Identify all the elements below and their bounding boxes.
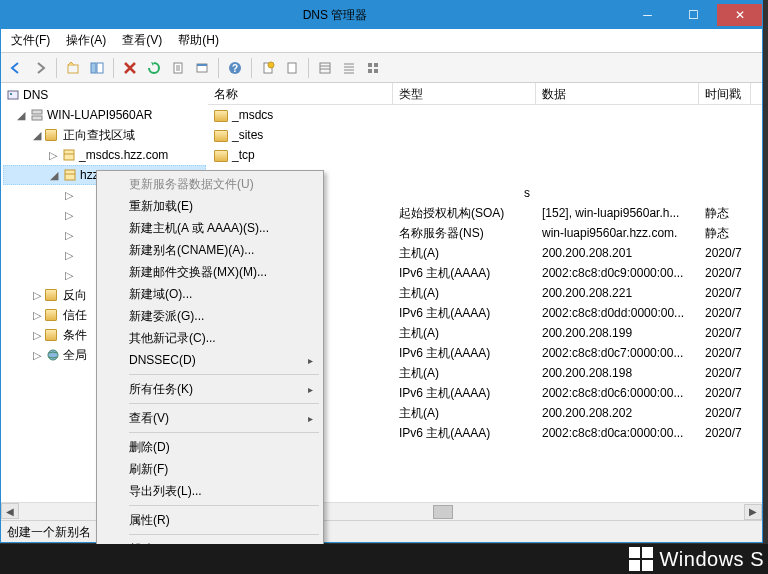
maximize-button[interactable]: ☐ xyxy=(671,4,716,26)
large-icons-icon[interactable] xyxy=(362,57,384,79)
menu-view[interactable]: 查看(V) xyxy=(116,30,168,51)
col-ts[interactable]: 时间戳 xyxy=(699,83,751,104)
expander-icon[interactable]: ◢ xyxy=(29,129,45,142)
col-data[interactable]: 数据 xyxy=(536,83,699,104)
svg-rect-20 xyxy=(64,150,74,160)
tree-fwd-zone[interactable]: ◢ 正向查找区域 xyxy=(3,125,206,145)
expander-icon[interactable]: ◢ xyxy=(46,169,62,182)
svg-rect-16 xyxy=(8,91,18,99)
cm-separator xyxy=(129,374,319,375)
tree-root-label: DNS xyxy=(23,88,48,102)
zone-icon xyxy=(62,167,78,183)
svg-rect-10 xyxy=(288,63,296,73)
scroll-left-icon[interactable]: ◀ xyxy=(1,503,19,519)
list-view-icon[interactable] xyxy=(314,57,336,79)
zone-icon xyxy=(61,147,77,163)
context-menu: 更新服务器数据文件(U) 重新加载(E) 新建主机(A 或 AAAA)(S)..… xyxy=(96,170,324,563)
help-icon[interactable]: ? xyxy=(224,57,246,79)
cm-new-host[interactable]: 新建主机(A 或 AAAA)(S)... xyxy=(99,217,321,239)
scroll-right-icon[interactable]: ▶ xyxy=(744,504,762,520)
refresh-icon[interactable] xyxy=(143,57,165,79)
windows-logo-icon xyxy=(629,547,653,571)
status-text: 创建一个新别名 xyxy=(7,525,91,539)
col-type[interactable]: 类型 xyxy=(393,83,536,104)
cm-all-tasks[interactable]: 所有任务(K) xyxy=(99,378,321,400)
svg-rect-14 xyxy=(368,69,372,73)
up-icon[interactable] xyxy=(62,57,84,79)
menubar: 文件(F) 操作(A) 查看(V) 帮助(H) xyxy=(1,29,762,53)
tree-global-label: 全局 xyxy=(63,347,87,364)
tree-msdcs-label: _msdcs.hzz.com xyxy=(79,148,168,162)
cm-view[interactable]: 查看(V) xyxy=(99,407,321,429)
menu-help[interactable]: 帮助(H) xyxy=(172,30,225,51)
svg-rect-17 xyxy=(10,93,12,95)
tree-root-dns[interactable]: DNS xyxy=(3,85,206,105)
scroll-thumb[interactable] xyxy=(433,505,453,519)
cm-export[interactable]: 导出列表(L)... xyxy=(99,480,321,502)
add-record-icon[interactable] xyxy=(281,57,303,79)
cm-properties[interactable]: 属性(R) xyxy=(99,509,321,531)
svg-rect-5 xyxy=(197,64,207,66)
forward-icon[interactable] xyxy=(29,57,51,79)
svg-rect-21 xyxy=(65,170,75,180)
svg-rect-2 xyxy=(97,63,103,73)
cm-new-delegation[interactable]: 新建委派(G)... xyxy=(99,305,321,327)
cm-separator xyxy=(129,403,319,404)
globe-icon xyxy=(45,347,61,363)
cm-separator xyxy=(129,505,319,506)
show-hide-tree-icon[interactable] xyxy=(86,57,108,79)
titlebar: DNS 管理器 ─ ☐ ✕ xyxy=(1,1,762,29)
details-view-icon[interactable] xyxy=(338,57,360,79)
back-icon[interactable] xyxy=(5,57,27,79)
svg-rect-18 xyxy=(32,110,42,114)
tree-trust-label: 信任 xyxy=(63,307,87,324)
svg-rect-19 xyxy=(32,116,42,120)
properties-icon[interactable] xyxy=(191,57,213,79)
tree-server[interactable]: ◢ WIN-LUAPI9560AR xyxy=(3,105,206,125)
svg-text:?: ? xyxy=(232,63,238,74)
tree-cond-label: 条件 xyxy=(63,327,87,344)
menu-file[interactable]: 文件(F) xyxy=(5,30,56,51)
toolbar: ? xyxy=(1,53,762,83)
cm-reload[interactable]: 重新加载(E) xyxy=(99,195,321,217)
list-header: 名称 类型 数据 时间戳 xyxy=(208,83,762,105)
close-button[interactable]: ✕ xyxy=(717,4,762,26)
list-item-folder[interactable]: _sites xyxy=(208,125,762,145)
svg-rect-0 xyxy=(68,65,78,73)
cm-dnssec[interactable]: DNSSEC(D) xyxy=(99,349,321,371)
filter-icon[interactable] xyxy=(257,57,279,79)
tree-server-label: WIN-LUAPI9560AR xyxy=(47,108,152,122)
cm-refresh[interactable]: 刷新(F) xyxy=(99,458,321,480)
cm-new-mx[interactable]: 新建邮件交换器(MX)(M)... xyxy=(99,261,321,283)
col-name[interactable]: 名称 xyxy=(208,83,393,104)
brand-text: Windows S xyxy=(659,548,764,571)
expander-icon[interactable]: ▷ xyxy=(45,149,61,162)
svg-rect-12 xyxy=(368,63,372,67)
dns-icon xyxy=(5,87,21,103)
svg-point-9 xyxy=(268,62,274,68)
cm-new-cname[interactable]: 新建别名(CNAME)(A)... xyxy=(99,239,321,261)
tree-zone-msdcs[interactable]: ▷ _msdcs.hzz.com xyxy=(3,145,206,165)
cm-update-file: 更新服务器数据文件(U) xyxy=(99,173,321,195)
svg-rect-13 xyxy=(374,63,378,67)
server-icon xyxy=(29,107,45,123)
svg-rect-1 xyxy=(91,63,96,73)
export-icon[interactable] xyxy=(167,57,189,79)
expander-icon[interactable]: ◢ xyxy=(13,109,29,122)
cm-new-domain[interactable]: 新建域(O)... xyxy=(99,283,321,305)
cm-other-records[interactable]: 其他新记录(C)... xyxy=(99,327,321,349)
window-title: DNS 管理器 xyxy=(46,7,624,24)
taskbar: Windows S xyxy=(0,544,768,574)
tree-fwd-label: 正向查找区域 xyxy=(63,127,135,144)
cm-separator xyxy=(129,534,319,535)
svg-rect-15 xyxy=(374,69,378,73)
list-item-folder[interactable]: _msdcs xyxy=(208,105,762,125)
minimize-button[interactable]: ─ xyxy=(625,4,670,26)
cm-delete[interactable]: 删除(D) xyxy=(99,436,321,458)
folder-icon xyxy=(45,127,61,143)
list-item-folder[interactable]: _tcp xyxy=(208,145,762,165)
cm-separator xyxy=(129,432,319,433)
delete-icon[interactable] xyxy=(119,57,141,79)
menu-action[interactable]: 操作(A) xyxy=(60,30,112,51)
svg-rect-11 xyxy=(320,63,330,73)
